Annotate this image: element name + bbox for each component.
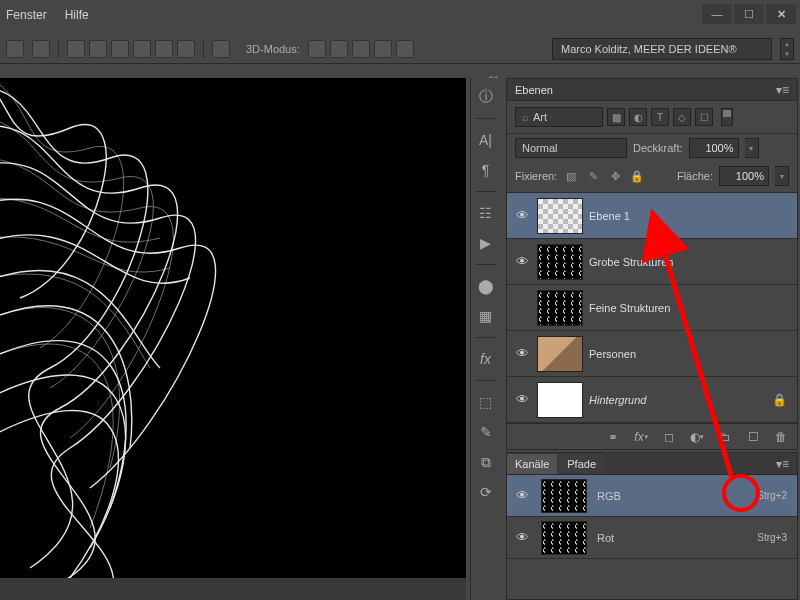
align-icon[interactable] (111, 40, 129, 58)
separator (476, 337, 496, 338)
visibility-icon[interactable]: 👁 (513, 345, 531, 363)
workspace-switcher[interactable]: Marco Kolditz, MEER DER IDEEN® (552, 38, 772, 60)
play-icon[interactable]: ▶ (475, 232, 497, 254)
layer-thumb[interactable] (537, 244, 583, 280)
visibility-icon[interactable]: 👁 (513, 253, 531, 271)
filter-type-icon[interactable]: T (651, 108, 669, 126)
blend-mode-select[interactable]: Normal (515, 138, 627, 158)
opt-icon[interactable] (32, 40, 50, 58)
fill-value[interactable]: 100% (719, 166, 769, 186)
panel-menu-icon[interactable]: ▾≡ (776, 83, 789, 97)
canvas-area (0, 78, 466, 600)
mode3d-icon[interactable] (330, 40, 348, 58)
menu-hilfe[interactable]: Hilfe (65, 8, 89, 22)
filter-smart-icon[interactable]: ☐ (695, 108, 713, 126)
align-icon[interactable] (67, 40, 85, 58)
panel-tab-layers[interactable]: Ebenen (515, 84, 553, 96)
distribute-icon[interactable] (212, 40, 230, 58)
svg-rect-0 (0, 78, 466, 578)
align-icon[interactable] (177, 40, 195, 58)
character-icon[interactable]: A| (475, 129, 497, 151)
align-icon[interactable] (133, 40, 151, 58)
layer-filter-kind[interactable]: Art (515, 107, 603, 127)
layer-thumb[interactable] (537, 382, 583, 418)
options-bar: 3D-Modus: Marco Kolditz, MEER DER IDEEN®… (0, 34, 800, 64)
panel-tab-paths[interactable]: Pfade (559, 454, 604, 474)
new-group-icon[interactable]: 🗀 (717, 429, 733, 445)
layer-row[interactable]: 👁 Personen (507, 331, 797, 377)
visibility-icon[interactable]: 👁 (513, 207, 531, 225)
visibility-icon[interactable]: 👁 (513, 391, 531, 409)
panel-menu-icon[interactable]: ▾≡ (776, 457, 797, 471)
link-layers-icon[interactable]: ⚭ (605, 429, 621, 445)
layer-name[interactable]: Hintergrund (589, 394, 766, 406)
layer-thumb[interactable] (537, 290, 583, 326)
channel-row[interactable]: 👁 Rot Strg+3 (507, 517, 797, 559)
clone-icon[interactable]: ⧉ (475, 451, 497, 473)
channel-thumb[interactable] (541, 521, 587, 555)
visibility-icon[interactable] (513, 299, 531, 317)
swatches-icon[interactable]: ▦ (475, 305, 497, 327)
mode3d-icon[interactable] (396, 40, 414, 58)
lock-pixels-icon[interactable]: ✎ (585, 168, 601, 184)
lock-position-icon[interactable]: ✥ (607, 168, 623, 184)
channel-shortcut: Strg+2 (757, 490, 787, 501)
lock-all-icon[interactable]: 🔒 (629, 168, 645, 184)
layer-name[interactable]: Personen (589, 348, 791, 360)
window-min-button[interactable]: — (702, 4, 732, 24)
align-icon[interactable] (155, 40, 173, 58)
menu-fenster[interactable]: Fenster (6, 8, 47, 22)
opacity-dropdown-icon[interactable]: ▾ (745, 138, 759, 158)
separator (58, 40, 59, 58)
styles-icon[interactable]: fx (475, 348, 497, 370)
workspace-stepper[interactable]: ▲▼ (780, 38, 794, 60)
layer-row[interactable]: 👁 Ebene 1 (507, 193, 797, 239)
color-icon[interactable]: ⬤ (475, 275, 497, 297)
opt-icon[interactable] (6, 40, 24, 58)
separator (203, 40, 204, 58)
channel-row[interactable]: 👁 RGB Strg+2 (507, 475, 797, 517)
opacity-value[interactable]: 100% (689, 138, 739, 158)
window-close-button[interactable]: ✕ (766, 4, 796, 24)
new-layer-icon[interactable]: ☐ (745, 429, 761, 445)
canvas-image[interactable] (0, 78, 466, 578)
mode3d-icon[interactable] (352, 40, 370, 58)
channel-name: Rot (597, 532, 614, 544)
layer-name[interactable]: Feine Strukturen (589, 302, 791, 314)
align-icon[interactable] (89, 40, 107, 58)
window-max-button[interactable]: ☐ (734, 4, 764, 24)
layers-footer: ⚭ fx▾ ◻ ◐▾ 🗀 ☐ 🗑 (507, 423, 797, 449)
layer-thumb[interactable] (537, 336, 583, 372)
delete-layer-icon[interactable]: 🗑 (773, 429, 789, 445)
panel-tab-channels[interactable]: Kanäle (507, 454, 557, 474)
layer-mask-icon[interactable]: ◻ (661, 429, 677, 445)
filter-adjustment-icon[interactable]: ◐ (629, 108, 647, 126)
layer-row[interactable]: 👁 Grobe Strukturen (507, 239, 797, 285)
history-icon[interactable]: ⟳ (475, 481, 497, 503)
adjustment-icon[interactable]: ◐▾ (689, 429, 705, 445)
separator (476, 118, 496, 119)
filter-pixel-icon[interactable]: ▩ (607, 108, 625, 126)
paragraph-icon[interactable]: ¶ (475, 159, 497, 181)
mode3d-icon[interactable] (374, 40, 392, 58)
navigator-icon[interactable]: ⬚ (475, 391, 497, 413)
fill-dropdown-icon[interactable]: ▾ (775, 166, 789, 186)
layer-fx-icon[interactable]: fx▾ (633, 429, 649, 445)
channel-shortcut: Strg+3 (757, 532, 787, 543)
layer-row[interactable]: Feine Strukturen (507, 285, 797, 331)
filter-shape-icon[interactable]: ◇ (673, 108, 691, 126)
brush-icon[interactable]: ✎ (475, 421, 497, 443)
layer-thumb[interactable] (537, 198, 583, 234)
lock-transparency-icon[interactable]: ▧ (563, 168, 579, 184)
layer-name[interactable]: Grobe Strukturen (589, 256, 791, 268)
mode3d-icon[interactable] (308, 40, 326, 58)
layer-row[interactable]: 👁 Hintergrund 🔒 (507, 377, 797, 423)
visibility-icon[interactable]: 👁 (513, 487, 531, 505)
channels-list: 👁 RGB Strg+2 👁 Rot Strg+3 (507, 475, 797, 559)
visibility-icon[interactable]: 👁 (513, 529, 531, 547)
channel-thumb[interactable] (541, 479, 587, 513)
layer-name[interactable]: Ebene 1 (589, 210, 791, 222)
presets-icon[interactable]: ☷ (475, 202, 497, 224)
info-icon[interactable]: ⓘ (475, 86, 497, 108)
filter-toggle[interactable] (721, 108, 733, 126)
